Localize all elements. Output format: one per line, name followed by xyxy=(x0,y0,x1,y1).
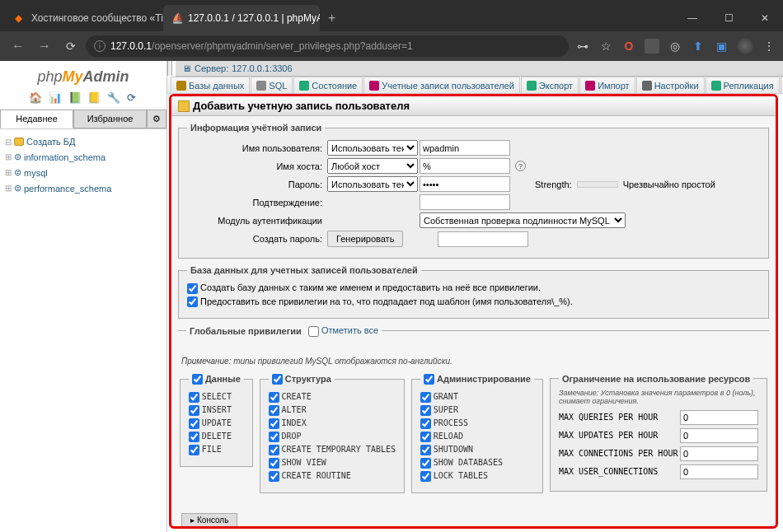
ext-icon[interactable]: ⬆ xyxy=(691,39,706,54)
maximize-button[interactable]: ☐ xyxy=(710,5,747,31)
priv-checkbox-label[interactable]: ALTER xyxy=(269,405,396,416)
username-input[interactable] xyxy=(420,140,510,156)
key-icon[interactable]: ⊶ xyxy=(575,39,590,54)
limit-input[interactable] xyxy=(680,428,758,443)
priv-checkbox-label[interactable]: INDEX xyxy=(269,418,396,429)
minimize-button[interactable]: — xyxy=(674,5,710,31)
priv-checkbox-label[interactable]: CREATE xyxy=(269,392,396,403)
priv-checkbox-label[interactable]: RELOAD xyxy=(420,432,534,442)
auth-select[interactable]: Собственная проверка подлинности MySQL xyxy=(420,212,626,228)
db-item[interactable]: ⊞⊜performance_schema xyxy=(3,180,163,196)
priv-checkbox[interactable] xyxy=(269,458,279,469)
struct-legend[interactable]: Структура xyxy=(272,374,331,385)
priv-checkbox[interactable] xyxy=(420,458,431,469)
priv-checkbox-label[interactable]: SHOW DATABASES xyxy=(420,458,534,469)
priv-checkbox[interactable] xyxy=(420,405,431,416)
priv-checkbox[interactable] xyxy=(189,405,199,416)
password-mode-select[interactable]: Использовать тексто xyxy=(327,176,418,192)
priv-checkbox[interactable] xyxy=(269,392,279,403)
host-mode-select[interactable]: Любой хост xyxy=(327,158,418,174)
url-bar[interactable]: i 127.0.0.1/openserver/phpmyadmin/server… xyxy=(86,35,569,57)
checkall-label[interactable]: Отметить все xyxy=(308,325,378,337)
priv-checkbox-label[interactable]: LOCK TABLES xyxy=(420,471,534,482)
priv-checkbox[interactable] xyxy=(420,471,431,482)
drag-handle[interactable] xyxy=(167,61,172,76)
priv-checkbox-label[interactable]: SUPER xyxy=(420,405,534,416)
topnav-item[interactable]: Состояние xyxy=(293,77,363,93)
topnav-item[interactable]: Ещё▾ xyxy=(781,77,783,93)
priv-checkbox-label[interactable]: CREATE ROUTINE xyxy=(269,471,396,482)
checkall-checkbox[interactable] xyxy=(308,326,319,337)
console-tab[interactable]: ▸Консоль xyxy=(181,513,237,526)
priv-checkbox[interactable] xyxy=(189,445,199,455)
db-item[interactable]: ⊞⊜information_schema xyxy=(3,149,163,165)
priv-checkbox[interactable] xyxy=(269,471,279,482)
ext-icon[interactable]: ◎ xyxy=(668,39,682,54)
priv-checkbox[interactable] xyxy=(420,432,431,442)
priv-checkbox[interactable] xyxy=(269,432,279,442)
reload-button[interactable]: ⟳ xyxy=(63,36,79,56)
create-db-checkbox[interactable] xyxy=(187,283,198,294)
priv-checkbox-label[interactable]: UPDATE xyxy=(189,418,244,429)
browser-tab[interactable]: ◆ Хостинговое сообщество «Tim… × xyxy=(7,5,163,31)
generated-password-input[interactable] xyxy=(438,231,528,247)
grant-wildcard-checkbox-label[interactable]: Предоставить все привилегии на то, что п… xyxy=(187,296,760,308)
priv-checkbox-label[interactable]: INSERT xyxy=(189,405,244,416)
topnav-item[interactable]: Экспорт xyxy=(521,77,579,93)
priv-checkbox[interactable] xyxy=(420,392,431,403)
menu-icon[interactable]: ⋮ xyxy=(762,39,776,54)
priv-checkbox-label[interactable]: SELECT xyxy=(189,392,244,403)
ext-icon[interactable] xyxy=(645,39,659,54)
profile-avatar[interactable] xyxy=(737,38,753,54)
site-info-icon[interactable]: i xyxy=(94,40,105,52)
help-icon[interactable]: ? xyxy=(515,161,526,171)
confirm-input[interactable] xyxy=(420,194,510,210)
opera-icon[interactable]: O xyxy=(621,39,636,54)
priv-checkbox-label[interactable]: GRANT xyxy=(420,392,534,403)
priv-checkbox-label[interactable]: PROCESS xyxy=(420,418,534,429)
db-item[interactable]: ⊞⊜mysql xyxy=(3,165,163,180)
topnav-item[interactable]: Учетные записи пользователей xyxy=(363,77,520,93)
priv-checkbox[interactable] xyxy=(189,418,199,429)
priv-checkbox-label[interactable]: DELETE xyxy=(189,432,244,442)
topnav-item[interactable]: SQL xyxy=(251,77,293,93)
priv-checkbox[interactable] xyxy=(189,432,199,442)
priv-checkbox[interactable] xyxy=(420,445,431,455)
logo[interactable]: phpMyAdmin xyxy=(0,65,166,89)
sidebar-quick-icons[interactable]: 🏠 📊 📗 📒 🔧 ⟳ xyxy=(0,89,166,106)
priv-checkbox[interactable] xyxy=(269,445,279,455)
priv-checkbox[interactable] xyxy=(269,418,279,429)
star-icon[interactable]: ☆ xyxy=(598,39,613,54)
topnav-item[interactable]: Базы данных xyxy=(171,77,250,93)
browser-tab-active[interactable]: ⛵ 127.0.0.1 / 127.0.0.1 | phpMyAd… × xyxy=(163,5,320,31)
username-mode-select[interactable]: Использовать тексто xyxy=(327,140,418,156)
forward-button[interactable]: → xyxy=(33,35,56,57)
priv-checkbox-label[interactable]: SHUTDOWN xyxy=(420,445,534,455)
close-window-button[interactable]: ✕ xyxy=(747,5,783,31)
limit-input[interactable] xyxy=(680,446,758,461)
tab-favorites[interactable]: Избранное xyxy=(73,110,147,128)
create-db-checkbox-label[interactable]: Создать базу данных с таким же именем и … xyxy=(187,282,760,294)
priv-checkbox[interactable] xyxy=(269,405,279,416)
password-input[interactable] xyxy=(420,176,510,192)
limit-input[interactable] xyxy=(680,464,758,479)
priv-checkbox-label[interactable]: SHOW VIEW xyxy=(269,458,396,469)
priv-checkbox-label[interactable]: CREATE TEMPORARY TABLES xyxy=(269,445,396,455)
topnav-item[interactable]: Настройки xyxy=(636,77,705,93)
topnav-item[interactable]: Импорт xyxy=(579,77,635,93)
priv-checkbox[interactable] xyxy=(420,418,431,429)
priv-checkbox[interactable] xyxy=(189,392,199,403)
limit-input[interactable] xyxy=(680,410,758,425)
back-button[interactable]: ← xyxy=(7,35,30,57)
ext-icon[interactable]: ▣ xyxy=(714,39,729,54)
server-breadcrumb[interactable]: 🖥 Сервер: 127.0.0.1:3306 xyxy=(176,61,783,77)
priv-checkbox-label[interactable]: FILE xyxy=(189,445,244,455)
generate-button[interactable]: Генерировать xyxy=(327,231,403,247)
data-legend[interactable]: Данные xyxy=(192,374,241,385)
host-input[interactable] xyxy=(420,158,510,174)
new-tab-button[interactable]: + xyxy=(320,11,344,26)
grant-wildcard-checkbox[interactable] xyxy=(187,296,198,307)
tab-recent[interactable]: Недавнее xyxy=(0,110,73,128)
create-db-link[interactable]: ⊟Создать БД xyxy=(3,134,163,149)
priv-checkbox-label[interactable]: DROP xyxy=(269,432,396,442)
